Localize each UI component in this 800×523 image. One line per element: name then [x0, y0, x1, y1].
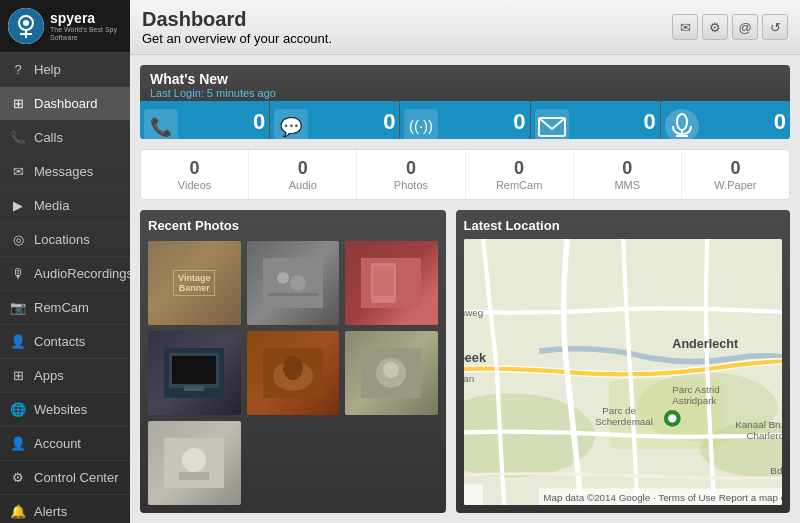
svg-text:💬: 💬 — [280, 116, 303, 138]
calls-count: 0 — [253, 109, 265, 135]
svg-point-30 — [283, 356, 303, 380]
latest-location-panel: Latest Location — [456, 210, 790, 513]
content-area: What's New Last Login: 5 minutes ago 📞 0… — [130, 55, 800, 523]
photos-count: 0 — [361, 158, 460, 179]
settings-button[interactable]: ⚙ — [702, 14, 728, 40]
dashboard-icon: ⊞ — [10, 96, 26, 111]
photo-thumb-4[interactable] — [148, 331, 241, 415]
sidebar-label-account: Account — [34, 436, 81, 451]
sidebar-label-apps: Apps — [34, 368, 64, 383]
sidebar-item-help[interactable]: ? Help — [0, 53, 130, 87]
sidebar-item-controlcenter[interactable]: ⚙ Control Center — [0, 461, 130, 495]
svg-text:Astridpark: Astridpark — [672, 395, 716, 406]
stat-alerts: ((·)) 0 Alerts VIEW MORE — [400, 101, 530, 139]
media-icon: ▶ — [10, 198, 26, 213]
photo-thumb-7[interactable] — [148, 421, 241, 505]
svg-text:Parc de: Parc de — [602, 405, 636, 416]
svg-text:Ninoofsteenweg: Ninoofsteenweg — [464, 307, 483, 318]
svg-rect-11 — [535, 109, 569, 139]
sidebar-item-apps[interactable]: ⊞ Apps — [0, 359, 130, 393]
help-icon: ? — [10, 62, 26, 77]
photo-thumb-6[interactable] — [345, 331, 438, 415]
stats-row: 📞 0 Calls VIEW MORE 💬 0 SMS — [140, 101, 790, 139]
emails-stat-icon — [535, 109, 569, 139]
svg-text:Kanaal Brussel: Kanaal Brussel — [735, 419, 782, 430]
media-mms: 0 MMS — [574, 150, 682, 199]
ambient-count: 0 — [774, 109, 786, 135]
sidebar-item-account[interactable]: 👤 Account — [0, 427, 130, 461]
svg-text:Charleroi: Charleroi — [746, 430, 782, 441]
calls-icon: 📞 — [10, 130, 26, 145]
websites-icon: 🌐 — [10, 402, 26, 417]
mms-label: MMS — [578, 179, 677, 191]
mms-count: 0 — [578, 158, 677, 179]
svg-point-19 — [290, 275, 306, 291]
latest-location-title: Latest Location — [464, 218, 782, 233]
main-area: Dashboard Get an overview of your accoun… — [130, 0, 800, 523]
photo-thumb-3[interactable] — [345, 241, 438, 325]
page-title: Dashboard — [142, 8, 332, 31]
sidebar-label-audiorecordings: AudioRecordings — [34, 266, 130, 281]
media-wpaper: 0 W.Paper — [682, 150, 789, 199]
remcam-label: RemCam — [470, 179, 569, 191]
whats-new-header: What's New Last Login: 5 minutes ago — [140, 65, 790, 101]
wpaper-count: 0 — [686, 158, 785, 179]
stat-emails: 0 Emails VIEW MORE — [531, 101, 661, 139]
sidebar-item-media[interactable]: ▶ Media — [0, 189, 130, 223]
sidebar: spyera The World's Best Spy Software ? H… — [0, 0, 130, 523]
sidebar-item-locations[interactable]: ◎ Locations — [0, 223, 130, 257]
page-subtitle: Get an overview of your account. — [142, 31, 332, 46]
sidebar-label-help: Help — [34, 62, 61, 77]
map-svg: Dilbeek Anderlecht Ninoofsteenweg -terbe… — [464, 239, 782, 505]
last-login-text: Last Login: 5 minutes ago — [150, 87, 780, 99]
videos-label: Videos — [145, 179, 244, 191]
photo-thumb-1[interactable]: VintageBanner — [148, 241, 241, 325]
sidebar-item-websites[interactable]: 🌐 Websites — [0, 393, 130, 427]
sidebar-label-controlcenter: Control Center — [34, 470, 119, 485]
stat-ambient: 0 Ambient VIEW MORE — [661, 101, 790, 139]
svg-rect-36 — [179, 472, 209, 480]
media-videos: 0 Videos — [141, 150, 249, 199]
map-container[interactable]: Dilbeek Anderlecht Ninoofsteenweg -terbe… — [464, 239, 782, 505]
sidebar-item-audiorecordings[interactable]: 🎙 AudioRecordings — [0, 257, 130, 291]
sidebar-item-calls[interactable]: 📞 Calls — [0, 121, 130, 155]
sidebar-item-dashboard[interactable]: ⊞ Dashboard — [0, 87, 130, 121]
svg-rect-26 — [172, 356, 216, 384]
sidebar-item-messages[interactable]: ✉ Messages — [0, 155, 130, 189]
email-button[interactable]: ✉ — [672, 14, 698, 40]
logo-icon — [8, 8, 44, 44]
svg-text:Scherdemaal: Scherdemaal — [595, 416, 653, 427]
photos-grid: VintageBanner — [148, 241, 438, 505]
sidebar-item-remcam[interactable]: 📷 RemCam — [0, 291, 130, 325]
svg-point-18 — [277, 272, 289, 284]
svg-text:Parc Astrid: Parc Astrid — [672, 384, 719, 395]
refresh-button[interactable]: ↺ — [762, 14, 788, 40]
account-icon: 👤 — [10, 436, 26, 451]
sidebar-item-alerts[interactable]: 🔔 Alerts — [0, 495, 130, 523]
locations-icon: ◎ — [10, 232, 26, 247]
svg-point-33 — [383, 362, 399, 378]
sidebar-label-remcam: RemCam — [34, 300, 89, 315]
svg-point-2 — [23, 20, 29, 26]
header: Dashboard Get an overview of your accoun… — [130, 0, 800, 55]
svg-text:📞: 📞 — [150, 116, 173, 138]
sidebar-item-contacts[interactable]: 👤 Contacts — [0, 325, 130, 359]
svg-rect-20 — [268, 293, 318, 296]
sidebar-label-calls: Calls — [34, 130, 63, 145]
photo-thumb-2[interactable] — [247, 241, 340, 325]
photo-thumb-5[interactable] — [247, 331, 340, 415]
sidebar-label-media: Media — [34, 198, 69, 213]
sidebar-label-contacts: Contacts — [34, 334, 85, 349]
audiorecordings-icon: 🎙 — [10, 266, 26, 281]
whats-new-title: What's New — [150, 71, 780, 87]
media-remcam: 0 RemCam — [466, 150, 574, 199]
sidebar-label-dashboard: Dashboard — [34, 96, 98, 111]
alerts-count: 0 — [513, 109, 525, 135]
remcam-count: 0 — [470, 158, 569, 179]
bottom-panels: Recent Photos VintageBanner — [140, 210, 790, 513]
alerts-icon: 🔔 — [10, 504, 26, 519]
account-button[interactable]: @ — [732, 14, 758, 40]
logo-tagline: The World's Best Spy Software — [50, 26, 122, 41]
photos-label: Photos — [361, 179, 460, 191]
svg-text:-terbeeksebaan: -terbeeksebaan — [464, 373, 474, 384]
